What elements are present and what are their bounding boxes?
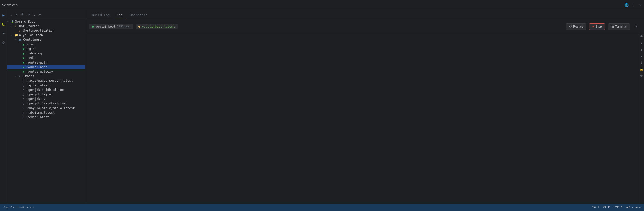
terminal-label: Terminal (615, 25, 627, 28)
tab-log[interactable]: Log (113, 11, 126, 19)
restart-icon: ↺ (569, 25, 572, 28)
tree-item-openjdk8-jre[interactable]: ○openjdk:8-jre (7, 92, 85, 97)
globe-icon[interactable]: 🌐 (624, 2, 629, 8)
line-ending[interactable]: CRLF (603, 206, 610, 209)
tree-item-youlai-auth[interactable]: ▣youlai-auth (7, 60, 85, 65)
tree-label: youlai-boot (27, 65, 47, 69)
tree-icon-image: ○ (23, 111, 27, 114)
tree-arrow: ▾ (15, 75, 19, 78)
tree-item-minio-img[interactable]: ○quay.io/minio/minio:latest (7, 106, 85, 110)
stop-button[interactable]: ■ Stop (589, 23, 605, 30)
tree-icon-service: ▣ (23, 43, 27, 46)
tree-label: redis:latest (27, 115, 49, 119)
stop-label: Stop (596, 25, 602, 28)
add-icon[interactable]: + (38, 12, 42, 17)
tree-item-openjdk17-alpine[interactable]: ○openjdk:17-jdk-alpine (7, 101, 85, 106)
indent-icon: ⚑ (626, 206, 628, 209)
tree-icon-image: ○ (23, 107, 27, 110)
stop-icon: ■ (592, 25, 594, 28)
tree-item-openjdk17[interactable]: ○openjdk:17 (7, 97, 85, 101)
more-options-button[interactable]: ⋮ (633, 23, 640, 30)
branch-name: youlai-boot > src (6, 206, 35, 209)
tree-icon-image: ○ (23, 102, 27, 105)
tree-icon-service: ▣ (23, 70, 27, 73)
restart-label: Restart (573, 25, 583, 28)
scroll-up-icon[interactable]: ↑ (640, 40, 643, 46)
services-toolbar: Services 🌐 ⋮ ✕ (0, 0, 644, 10)
tree-item-rabbitmq-img[interactable]: ○rabbitmq:latest (7, 110, 85, 115)
tree-item-rabbitmq[interactable]: ▣rabbitmq (7, 51, 85, 56)
status-dot-orange (138, 26, 140, 28)
tree-label: minio (27, 43, 36, 46)
filter-icon[interactable]: ⚗ (27, 12, 31, 17)
tree-item-spring-boot[interactable]: ▾🍃Spring Boot (7, 19, 85, 24)
log-output[interactable] (85, 33, 639, 204)
clear-icon[interactable]: 🗑 (639, 73, 644, 78)
tree-label: quay.io/minio/minio:latest (27, 106, 75, 110)
tab-bar: Build Log Log Dashboard (85, 10, 644, 20)
tree-label: SystemApplication (23, 29, 54, 32)
play-icon[interactable]: ▶ (1, 12, 5, 18)
tree-label: openjdk:8-jre (27, 93, 51, 96)
tree-item-nginx-img[interactable]: ○nginx:latest (7, 83, 85, 88)
tree-label: openjdk:8-jdk-alpine (27, 88, 64, 92)
tree-icon-service-active: ▣ (23, 66, 27, 69)
tree-item-minio[interactable]: ▣minio (7, 42, 85, 47)
tab-build-log[interactable]: Build Log (88, 11, 113, 19)
tree-icon-image: ○ (23, 97, 27, 101)
tree-item-youlai-gateway[interactable]: ▣youlai-gateway (7, 69, 85, 74)
restart-button[interactable]: ↺ Restart (566, 23, 586, 30)
tree-label: a.youlai.tech (19, 33, 43, 37)
tree-icon-image: ○ (23, 79, 27, 82)
tree-arrow: ▾ (7, 20, 11, 23)
scroll-down-icon[interactable]: ↓ (640, 47, 643, 52)
refresh-icon[interactable]: ↻ (32, 12, 36, 17)
tree-item-images[interactable]: ▾⊞Images (7, 74, 85, 78)
tab-dashboard[interactable]: Dashboard (126, 11, 151, 19)
settings-icon[interactable]: ⚙ (1, 39, 5, 46)
terminal-button[interactable]: ⊞ Terminal (608, 23, 630, 30)
encoding[interactable]: UTF-8 (614, 206, 622, 209)
tree-item-a-youlai-tech[interactable]: ▾📁a.youlai.tech (7, 33, 85, 37)
scroll-bottom-icon[interactable]: ⤓ (640, 60, 644, 65)
tree-label: Not Started (19, 24, 39, 28)
terminal-left-icon[interactable]: ⊞ (1, 30, 5, 36)
close-icon[interactable]: ✕ (638, 2, 642, 8)
tree-icon-not-started: ⚠ (15, 25, 19, 28)
tree-item-openjdk8[interactable]: ○openjdk:8-jdk-alpine (7, 88, 85, 92)
right-panel: Build Log Log Dashboard youlai-boot 7255… (85, 10, 644, 204)
eye-sidebar-icon[interactable]: 👁 (20, 12, 26, 17)
service-tree: ▾🍃Spring Boot▾⚠Not Started☕SystemApplica… (7, 19, 85, 119)
collapse-icon[interactable]: ⌄ (9, 12, 13, 17)
tree-item-not-started[interactable]: ▾⚠Not Started (7, 24, 85, 28)
close-sidebar-icon[interactable]: ✕ (15, 12, 19, 17)
tree-item-system-application[interactable]: ☕SystemApplication (7, 28, 85, 33)
container-tag-badge: youlai-boot:latest (136, 24, 177, 29)
status-dot-green (92, 26, 94, 28)
tree-icon-service: ▣ (23, 61, 27, 64)
cursor-position[interactable]: 26:1 (592, 206, 599, 209)
tree-icon-service: ▣ (23, 56, 27, 60)
debug-icon[interactable]: 🐛 (0, 21, 7, 27)
terminal-icon: ⊞ (611, 25, 614, 28)
tree-item-youlai-boot[interactable]: ▣youlai-boot (7, 65, 85, 69)
tree-item-nginx[interactable]: ▣nginx (7, 47, 85, 51)
tree-icon-image: ○ (23, 84, 27, 87)
tree-item-redis[interactable]: ▣redis (7, 56, 85, 60)
tree-item-redis-img[interactable]: ○redis:latest (7, 115, 85, 119)
sidebar-toolbar: ⌄ ✕ 👁 ⚗ ↻ + (7, 10, 85, 19)
scroll-panel: 👁 ↑ ↓ ⇌ ⤓ 🔒 🗑 (639, 33, 644, 204)
more-icon[interactable]: ⋮ (631, 2, 636, 8)
tree-label: nginx (27, 47, 36, 51)
tree-item-nacos[interactable]: ○nacos/nacos-server:latest (7, 78, 85, 83)
tree-icon-image: ○ (23, 93, 27, 96)
tree-item-containers[interactable]: ▾🗃Containers (7, 37, 85, 42)
tree-label: Images (23, 74, 34, 78)
lock-icon[interactable]: 🔒 (639, 67, 644, 72)
status-branch[interactable]: ⎇ youlai-boot > src (2, 206, 35, 209)
wrap-icon[interactable]: ⇌ (640, 54, 643, 59)
tree-icon-image: ○ (23, 116, 27, 119)
indent-label: 4 spaces (629, 206, 642, 209)
eye-scroll-icon[interactable]: 👁 (639, 34, 644, 39)
services-title: Services (2, 3, 18, 7)
